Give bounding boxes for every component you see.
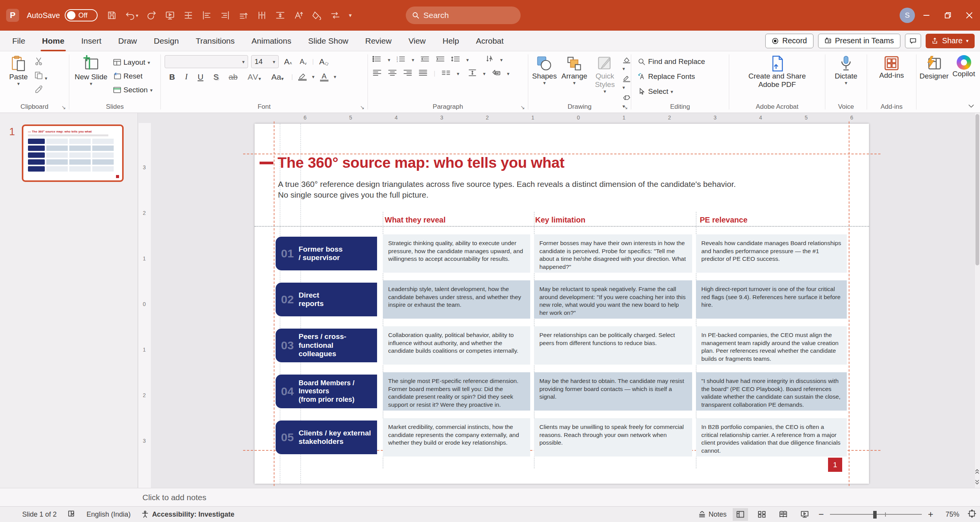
column-header-limitation[interactable]: Key limitation (535, 216, 585, 224)
slide-thumbnail[interactable]: — The 360° source map: who tells you wha… (22, 124, 124, 182)
relevance-cell[interactable]: "I should have had more integrity in dis… (696, 372, 847, 411)
underline-button[interactable]: U (195, 72, 206, 82)
paste-button[interactable]: Paste ▾ (9, 55, 28, 96)
vertical-ruler[interactable]: 3 2 1 0 1 2 3 (139, 123, 151, 488)
relevance-cell[interactable]: In B2B portfolio companies, the CEO is o… (696, 418, 847, 457)
zoom-thumb[interactable] (873, 511, 877, 519)
select-button[interactable]: Select▾ (637, 85, 729, 98)
shape-outline-dropdown-icon[interactable]: ▾ (622, 85, 625, 90)
reveal-cell[interactable]: Strategic thinking quality, ability to e… (383, 234, 530, 273)
slide-sorter-view-button[interactable] (754, 508, 769, 521)
bold-button[interactable]: B (167, 72, 177, 82)
copilot-button[interactable]: Copilot (952, 55, 975, 80)
tab-review[interactable]: Review (364, 35, 392, 47)
text-direction-button[interactable] (485, 55, 494, 64)
record-button[interactable]: Record (765, 34, 813, 48)
align-center-button[interactable] (388, 69, 397, 78)
search-input[interactable]: Search (406, 7, 521, 24)
columns-button[interactable] (441, 69, 451, 78)
decrease-indent-button[interactable] (420, 56, 430, 64)
distribute-columns-button[interactable] (257, 11, 267, 20)
save-button[interactable] (107, 10, 117, 20)
clipboard-dialog-launcher-icon[interactable]: ↘ (61, 104, 66, 110)
horizontal-ruler[interactable]: 6 5 4 3 2 1 0 1 2 3 4 5 6 (153, 113, 974, 123)
next-slide-button[interactable] (975, 479, 980, 486)
tab-design[interactable]: Design (153, 35, 180, 47)
reading-view-button[interactable] (776, 508, 791, 521)
tab-home[interactable]: Home (41, 35, 65, 47)
tab-help[interactable]: Help (442, 35, 460, 47)
align-left-button[interactable] (372, 69, 382, 78)
copy-dropdown-icon[interactable]: ▾ (45, 75, 47, 81)
slideshow-view-button[interactable] (797, 508, 812, 521)
limitation-cell[interactable]: May be the hardest to obtain. The candid… (534, 372, 692, 411)
arrange-button[interactable]: Arrange ▾ (561, 55, 587, 110)
quick-styles-dropdown-icon[interactable]: ▾ (604, 89, 606, 95)
format-painter-button[interactable] (34, 85, 47, 96)
create-pdf-button[interactable]: Create and Share Adobe PDF (739, 55, 815, 89)
source-type-box[interactable]: 04Board Members / Investors (from prior … (276, 375, 377, 408)
change-case-button[interactable]: Aa▾ (269, 72, 286, 82)
paste-dropdown-icon[interactable]: ▾ (17, 81, 20, 87)
arrange-dropdown-icon[interactable]: ▾ (573, 80, 576, 86)
tab-view[interactable]: View (408, 35, 426, 47)
copy-button[interactable]: ▾ (34, 71, 47, 82)
line-spacing-dropdown-icon[interactable]: ▾ (466, 57, 469, 63)
reveal-cell[interactable]: Leadership style, talent development, ho… (383, 280, 530, 319)
character-spacing-button[interactable]: AV▾ (245, 72, 264, 82)
rotate-text-button[interactable] (238, 11, 248, 20)
account-avatar[interactable]: S (900, 8, 915, 23)
text-shadow-button[interactable]: S (211, 72, 221, 82)
numbering-button[interactable]: 123 (397, 56, 406, 64)
previous-slide-button[interactable] (975, 469, 980, 476)
start-slideshow-button[interactable] (165, 10, 175, 20)
distribute-rows-button[interactable] (183, 11, 193, 20)
present-in-teams-button[interactable]: Present in Teams (818, 34, 900, 48)
relevance-cell[interactable]: High direct-report turnover is one of th… (696, 280, 847, 319)
font-name-combobox[interactable]: ▾ (165, 55, 248, 68)
highlight-dropdown-icon[interactable]: ▾ (312, 74, 315, 80)
reveal-cell[interactable]: Market credibility, commercial instincts… (383, 418, 530, 457)
cut-button[interactable] (34, 57, 47, 67)
bullets-dropdown-icon[interactable]: ▾ (388, 57, 390, 63)
dictate-button[interactable]: Dictate ▾ (825, 55, 867, 86)
zoom-slider[interactable] (830, 508, 922, 521)
line-spacing-button[interactable] (451, 56, 460, 64)
close-button[interactable] (959, 0, 980, 31)
customize-qat-button[interactable]: ▾ (349, 12, 352, 19)
language-button[interactable]: English (India) (87, 511, 131, 519)
align-objects-left-button[interactable] (202, 11, 212, 20)
accessibility-button[interactable]: Accessibility: Investigate (141, 511, 234, 519)
comments-button[interactable] (905, 34, 921, 48)
column-header-relevance[interactable]: PE relevance (700, 216, 748, 224)
switch-windows-button[interactable] (330, 11, 340, 20)
source-type-box[interactable]: 01Former boss / supervisor (276, 237, 377, 270)
vertical-scrollbar[interactable] (974, 113, 980, 488)
smartart-dropdown-icon[interactable]: ▾ (507, 71, 510, 77)
redo-button[interactable] (147, 10, 157, 20)
section-button[interactable]: Section▾ (113, 83, 153, 97)
source-type-box[interactable]: 03Peers / cross-functional colleagues (276, 329, 377, 362)
spell-check-button[interactable] (67, 510, 76, 519)
justify-button[interactable] (418, 69, 428, 78)
restore-button[interactable] (937, 0, 959, 31)
new-slide-dropdown-icon[interactable]: ▾ (90, 81, 93, 87)
tab-acrobat[interactable]: Acrobat (475, 35, 504, 47)
slide-canvas[interactable]: The 360° source map: who tells you what … (255, 124, 869, 484)
limitation-cell[interactable]: Former bosses may have their own interes… (534, 234, 692, 273)
font-color-dropdown-icon[interactable]: ▾ (334, 74, 336, 80)
shapes-dropdown-icon[interactable]: ▾ (543, 80, 546, 86)
font-increase-button[interactable] (294, 11, 304, 20)
decrease-font-size-button[interactable]: A˅ (297, 58, 309, 66)
replace-fonts-button[interactable]: Replace Fonts (637, 70, 729, 83)
bullets-button[interactable] (372, 56, 382, 64)
shape-fill-button[interactable]: ▾ (622, 57, 631, 72)
find-replace-button[interactable]: Find and Replace (637, 55, 729, 68)
layout-button[interactable]: Layout▾ (113, 56, 153, 69)
fill-color-button[interactable] (312, 11, 322, 20)
paragraph-dialog-launcher-icon[interactable]: ↘ (520, 104, 525, 110)
reset-button[interactable]: Reset (113, 70, 153, 83)
slide-title[interactable]: The 360° source map: who tells you what (278, 154, 564, 171)
tab-insert[interactable]: Insert (80, 35, 102, 47)
italic-button[interactable]: I (183, 72, 190, 82)
